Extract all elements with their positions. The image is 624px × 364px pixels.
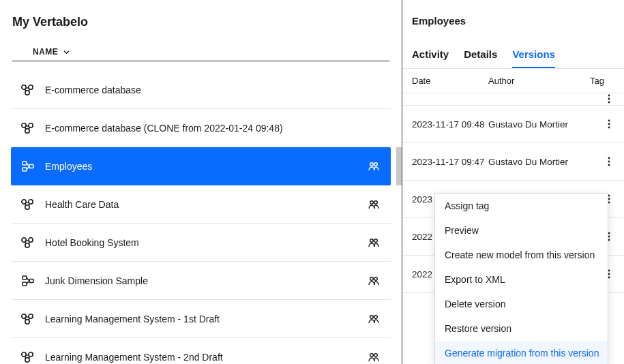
tab-versions[interactable]: Versions <box>512 48 555 68</box>
svg-rect-35 <box>23 276 27 279</box>
svg-point-57 <box>374 353 378 357</box>
sort-by-name[interactable]: NAME <box>12 47 389 61</box>
svg-point-74 <box>608 273 610 275</box>
svg-point-27 <box>22 237 26 241</box>
tab-details[interactable]: Details <box>464 48 497 68</box>
svg-line-55 <box>29 357 30 359</box>
svg-point-18 <box>374 162 378 166</box>
tab-activity[interactable]: Activity <box>412 48 449 68</box>
svg-rect-37 <box>29 279 33 282</box>
svg-point-20 <box>29 199 33 203</box>
ctx-item[interactable]: Export to XML <box>435 267 608 292</box>
model-label: Health Care Data <box>45 199 357 210</box>
ctx-item[interactable]: Preview <box>435 218 608 243</box>
svg-point-6 <box>22 123 26 127</box>
sort-label: NAME <box>33 47 58 57</box>
shared-icon <box>366 352 381 362</box>
nodes-icon <box>20 237 35 249</box>
svg-point-62 <box>608 123 610 125</box>
model-list: E-commerce databaseE-commerce database (… <box>0 71 402 364</box>
shared-icon <box>366 276 381 286</box>
shared-icon <box>366 238 381 247</box>
svg-point-58 <box>608 95 610 97</box>
svg-point-73 <box>608 270 610 272</box>
svg-point-25 <box>370 200 374 204</box>
svg-line-23 <box>25 204 27 206</box>
version-author: Gustavo Du Mortier <box>488 157 604 167</box>
svg-line-32 <box>29 242 30 244</box>
header-author: Author <box>488 76 590 86</box>
version-date: 2023-11-17 09:48 <box>412 119 488 130</box>
left-title: My Vertabelo <box>0 0 402 47</box>
model-row[interactable]: E-commerce database (CLONE from 2022-01-… <box>11 109 391 147</box>
svg-point-61 <box>608 120 610 122</box>
svg-point-63 <box>608 127 610 129</box>
model-row[interactable]: Learning Management System - 1st Draft <box>11 300 391 338</box>
svg-line-5 <box>29 89 30 91</box>
model-row[interactable]: Learning Management System - 2nd Draft <box>11 338 391 364</box>
left-panel: My Vertabelo NAME E-commerce databaseE-c… <box>0 0 402 364</box>
tabs: ActivityDetailsVersions <box>402 27 624 69</box>
svg-line-10 <box>25 127 27 130</box>
model-label: Learning Management System - 2nd Draft <box>45 352 357 363</box>
svg-point-41 <box>374 277 378 280</box>
version-headers: Date Author Tag <box>402 69 624 93</box>
svg-point-33 <box>370 239 374 242</box>
svg-point-56 <box>370 353 374 357</box>
model-row[interactable]: E-commerce database <box>11 71 391 109</box>
svg-line-24 <box>29 204 30 206</box>
version-menu-button[interactable] <box>604 119 614 129</box>
nodes-icon <box>20 122 35 134</box>
version-context-menu: Assign tagPreviewCreate new model from t… <box>434 193 608 364</box>
header-tag: Tag <box>590 76 614 86</box>
ctx-item[interactable]: Restore version <box>435 316 608 341</box>
model-label: E-commerce database (CLONE from 2022-01-… <box>45 123 357 134</box>
svg-point-17 <box>370 162 374 166</box>
version-date: 2023-11-17 09:47 <box>412 157 488 167</box>
svg-point-19 <box>22 199 26 203</box>
model-label: Employees <box>45 161 357 172</box>
model-label: Junk Dimension Sample <box>45 275 357 286</box>
svg-line-11 <box>29 127 30 130</box>
version-menu-button[interactable] <box>604 94 614 104</box>
svg-point-60 <box>608 102 610 104</box>
svg-point-50 <box>22 352 26 356</box>
svg-point-64 <box>608 157 610 160</box>
svg-point-34 <box>374 239 378 242</box>
tree-icon <box>20 160 35 172</box>
svg-point-1 <box>29 85 33 89</box>
svg-point-68 <box>608 198 610 200</box>
ctx-item[interactable]: Generate migration from this version <box>435 341 608 364</box>
version-row: 2023-11-17 09:47Gustavo Du Mortier <box>402 143 624 181</box>
svg-point-65 <box>608 161 610 163</box>
svg-point-71 <box>608 236 610 238</box>
svg-rect-14 <box>29 164 33 168</box>
shared-icon <box>366 162 381 171</box>
svg-point-66 <box>608 164 610 166</box>
svg-point-28 <box>29 237 33 241</box>
svg-point-26 <box>374 200 378 204</box>
model-row[interactable]: Junk Dimension Sample <box>11 262 391 300</box>
svg-point-59 <box>608 98 610 100</box>
model-row[interactable]: Hotel Booking System <box>11 224 391 262</box>
ctx-item[interactable]: Delete version <box>435 292 608 316</box>
svg-point-75 <box>608 277 610 279</box>
svg-point-69 <box>608 202 610 204</box>
ctx-item[interactable]: Create new model from this version <box>435 243 608 267</box>
svg-line-31 <box>25 242 27 244</box>
header-date: Date <box>412 76 488 86</box>
shared-icon <box>366 314 381 324</box>
model-row[interactable]: Health Care Data <box>11 185 391 224</box>
scrollbar-thumb[interactable] <box>396 147 402 185</box>
chevron-down-icon <box>63 49 70 55</box>
svg-point-48 <box>370 315 374 318</box>
model-row[interactable]: Employees <box>11 147 391 185</box>
model-label: Hotel Booking System <box>45 237 357 248</box>
svg-point-42 <box>22 314 26 318</box>
svg-point-7 <box>29 123 33 127</box>
shared-icon <box>366 200 381 209</box>
model-label: E-commerce database <box>45 85 357 95</box>
ctx-item[interactable]: Assign tag <box>435 194 608 218</box>
version-menu-button[interactable] <box>604 157 614 166</box>
svg-rect-13 <box>23 168 27 171</box>
